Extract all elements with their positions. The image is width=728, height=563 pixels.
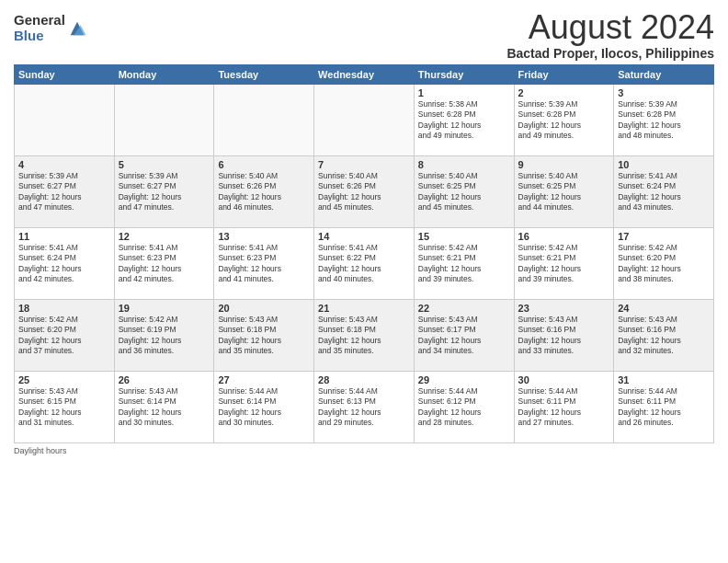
day-number: 20 bbox=[218, 303, 310, 314]
day-number: 29 bbox=[418, 374, 510, 385]
day-number: 8 bbox=[418, 159, 510, 170]
day-number: 5 bbox=[119, 159, 210, 170]
table-row: 25Sunrise: 5:43 AM Sunset: 6:15 PM Dayli… bbox=[15, 371, 115, 442]
calendar-week-1: 4Sunrise: 5:39 AM Sunset: 6:27 PM Daylig… bbox=[15, 155, 714, 227]
day-info: Sunrise: 5:44 AM Sunset: 6:14 PM Dayligh… bbox=[218, 386, 281, 427]
day-info: Sunrise: 5:41 AM Sunset: 6:23 PM Dayligh… bbox=[119, 243, 182, 283]
day-info: Sunrise: 5:42 AM Sunset: 6:21 PM Dayligh… bbox=[518, 243, 582, 283]
day-number: 19 bbox=[119, 303, 210, 314]
calendar-table: Sunday Monday Tuesday Wednesday Thursday… bbox=[14, 64, 714, 443]
footer-label: Daylight hours bbox=[14, 446, 67, 455]
day-number: 13 bbox=[218, 231, 310, 242]
day-number: 17 bbox=[618, 231, 710, 242]
day-info: Sunrise: 5:42 AM Sunset: 6:20 PM Dayligh… bbox=[18, 315, 82, 355]
day-number: 21 bbox=[318, 303, 410, 314]
table-row: 3Sunrise: 5:39 AM Sunset: 6:28 PM Daylig… bbox=[614, 84, 714, 155]
day-info: Sunrise: 5:44 AM Sunset: 6:12 PM Dayligh… bbox=[418, 386, 482, 427]
table-row: 15Sunrise: 5:42 AM Sunset: 6:21 PM Dayli… bbox=[414, 227, 514, 299]
calendar-week-3: 18Sunrise: 5:42 AM Sunset: 6:20 PM Dayli… bbox=[15, 299, 714, 371]
table-row: 23Sunrise: 5:43 AM Sunset: 6:16 PM Dayli… bbox=[514, 299, 614, 371]
table-row: 26Sunrise: 5:43 AM Sunset: 6:14 PM Dayli… bbox=[114, 371, 214, 442]
day-number: 28 bbox=[318, 374, 410, 385]
day-number: 26 bbox=[119, 374, 210, 385]
day-info: Sunrise: 5:43 AM Sunset: 6:14 PM Dayligh… bbox=[119, 386, 182, 427]
header-monday: Monday bbox=[114, 64, 214, 84]
table-row: 18Sunrise: 5:42 AM Sunset: 6:20 PM Dayli… bbox=[15, 299, 115, 371]
day-info: Sunrise: 5:40 AM Sunset: 6:26 PM Dayligh… bbox=[318, 171, 381, 212]
table-row: 28Sunrise: 5:44 AM Sunset: 6:13 PM Dayli… bbox=[314, 371, 415, 442]
day-info: Sunrise: 5:42 AM Sunset: 6:21 PM Dayligh… bbox=[418, 243, 482, 283]
day-number: 11 bbox=[18, 231, 110, 242]
day-info: Sunrise: 5:43 AM Sunset: 6:18 PM Dayligh… bbox=[318, 315, 381, 355]
table-row: 4Sunrise: 5:39 AM Sunset: 6:27 PM Daylig… bbox=[15, 155, 115, 227]
day-number: 7 bbox=[318, 159, 410, 170]
day-number: 24 bbox=[618, 303, 710, 314]
calendar-header-row: Sunday Monday Tuesday Wednesday Thursday… bbox=[15, 64, 714, 84]
day-info: Sunrise: 5:39 AM Sunset: 6:27 PM Dayligh… bbox=[119, 171, 182, 212]
day-number: 10 bbox=[618, 159, 710, 170]
day-info: Sunrise: 5:40 AM Sunset: 6:25 PM Dayligh… bbox=[518, 171, 582, 212]
day-number: 31 bbox=[618, 374, 710, 385]
table-row: 31Sunrise: 5:44 AM Sunset: 6:11 PM Dayli… bbox=[614, 371, 714, 442]
table-row: 1Sunrise: 5:38 AM Sunset: 6:28 PM Daylig… bbox=[414, 84, 514, 155]
footer: Daylight hours bbox=[14, 446, 714, 455]
table-row bbox=[314, 84, 415, 155]
location-title: Bactad Proper, Ilocos, Philippines bbox=[506, 46, 714, 61]
table-row: 13Sunrise: 5:41 AM Sunset: 6:23 PM Dayli… bbox=[214, 227, 314, 299]
table-row: 12Sunrise: 5:41 AM Sunset: 6:23 PM Dayli… bbox=[114, 227, 214, 299]
day-info: Sunrise: 5:43 AM Sunset: 6:17 PM Dayligh… bbox=[418, 315, 482, 355]
day-number: 30 bbox=[518, 374, 610, 385]
logo: General Blue bbox=[14, 13, 87, 43]
day-info: Sunrise: 5:39 AM Sunset: 6:27 PM Dayligh… bbox=[18, 171, 82, 212]
day-number: 27 bbox=[218, 374, 310, 385]
day-info: Sunrise: 5:44 AM Sunset: 6:11 PM Dayligh… bbox=[518, 386, 582, 427]
header-friday: Friday bbox=[514, 64, 614, 84]
header-sunday: Sunday bbox=[15, 64, 115, 84]
calendar-week-0: 1Sunrise: 5:38 AM Sunset: 6:28 PM Daylig… bbox=[15, 84, 714, 155]
day-info: Sunrise: 5:43 AM Sunset: 6:15 PM Dayligh… bbox=[18, 386, 82, 427]
day-info: Sunrise: 5:41 AM Sunset: 6:24 PM Dayligh… bbox=[18, 243, 82, 283]
table-row: 30Sunrise: 5:44 AM Sunset: 6:11 PM Dayli… bbox=[514, 371, 614, 442]
day-number: 4 bbox=[18, 159, 110, 170]
header-thursday: Thursday bbox=[414, 64, 514, 84]
day-info: Sunrise: 5:42 AM Sunset: 6:20 PM Dayligh… bbox=[618, 243, 681, 283]
day-number: 6 bbox=[218, 159, 310, 170]
day-number: 16 bbox=[518, 231, 610, 242]
day-info: Sunrise: 5:43 AM Sunset: 6:18 PM Dayligh… bbox=[218, 315, 281, 355]
day-number: 15 bbox=[418, 231, 510, 242]
table-row: 11Sunrise: 5:41 AM Sunset: 6:24 PM Dayli… bbox=[15, 227, 115, 299]
table-row: 9Sunrise: 5:40 AM Sunset: 6:25 PM Daylig… bbox=[514, 155, 614, 227]
logo-general: General bbox=[14, 13, 65, 29]
table-row: 24Sunrise: 5:43 AM Sunset: 6:16 PM Dayli… bbox=[614, 299, 714, 371]
logo-blue: Blue bbox=[14, 29, 65, 44]
day-number: 9 bbox=[518, 159, 610, 170]
day-info: Sunrise: 5:39 AM Sunset: 6:28 PM Dayligh… bbox=[518, 99, 582, 140]
day-info: Sunrise: 5:38 AM Sunset: 6:28 PM Dayligh… bbox=[418, 99, 482, 140]
title-block: August 2024 Bactad Proper, Ilocos, Phili… bbox=[506, 9, 714, 61]
table-row: 29Sunrise: 5:44 AM Sunset: 6:12 PM Dayli… bbox=[414, 371, 514, 442]
day-number: 14 bbox=[318, 231, 410, 242]
table-row: 7Sunrise: 5:40 AM Sunset: 6:26 PM Daylig… bbox=[314, 155, 415, 227]
header-saturday: Saturday bbox=[614, 64, 714, 84]
day-info: Sunrise: 5:41 AM Sunset: 6:24 PM Dayligh… bbox=[618, 171, 681, 212]
table-row bbox=[114, 84, 214, 155]
day-info: Sunrise: 5:41 AM Sunset: 6:22 PM Dayligh… bbox=[318, 243, 381, 283]
table-row: 16Sunrise: 5:42 AM Sunset: 6:21 PM Dayli… bbox=[514, 227, 614, 299]
day-number: 23 bbox=[518, 303, 610, 314]
day-info: Sunrise: 5:44 AM Sunset: 6:13 PM Dayligh… bbox=[318, 386, 381, 427]
calendar-week-4: 25Sunrise: 5:43 AM Sunset: 6:15 PM Dayli… bbox=[15, 371, 714, 442]
day-number: 1 bbox=[418, 87, 510, 98]
table-row: 2Sunrise: 5:39 AM Sunset: 6:28 PM Daylig… bbox=[514, 84, 614, 155]
table-row: 17Sunrise: 5:42 AM Sunset: 6:20 PM Dayli… bbox=[614, 227, 714, 299]
logo-icon bbox=[67, 18, 87, 39]
calendar-week-2: 11Sunrise: 5:41 AM Sunset: 6:24 PM Dayli… bbox=[15, 227, 714, 299]
day-info: Sunrise: 5:42 AM Sunset: 6:19 PM Dayligh… bbox=[119, 315, 182, 355]
table-row: 19Sunrise: 5:42 AM Sunset: 6:19 PM Dayli… bbox=[114, 299, 214, 371]
day-info: Sunrise: 5:40 AM Sunset: 6:25 PM Dayligh… bbox=[418, 171, 482, 212]
table-row: 20Sunrise: 5:43 AM Sunset: 6:18 PM Dayli… bbox=[214, 299, 314, 371]
month-title: August 2024 bbox=[506, 9, 714, 46]
day-info: Sunrise: 5:44 AM Sunset: 6:11 PM Dayligh… bbox=[618, 386, 681, 427]
day-info: Sunrise: 5:43 AM Sunset: 6:16 PM Dayligh… bbox=[518, 315, 582, 355]
header-tuesday: Tuesday bbox=[214, 64, 314, 84]
table-row: 6Sunrise: 5:40 AM Sunset: 6:26 PM Daylig… bbox=[214, 155, 314, 227]
